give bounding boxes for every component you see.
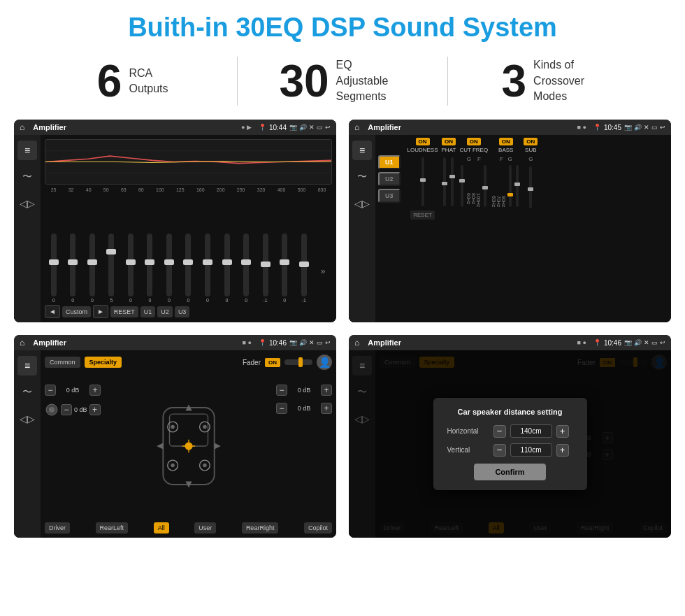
vertical-plus[interactable]: +	[556, 444, 569, 457]
eq-content: 2532405063 80100125160200 25032040050063…	[41, 135, 336, 322]
speaker-icon-1[interactable]: ◁▷	[17, 194, 37, 213]
dot-icons-2: ■ ●	[577, 124, 586, 131]
driver-btn[interactable]: Driver	[45, 522, 70, 533]
rear-right-btn[interactable]: RearRight	[242, 522, 279, 533]
plus-fl[interactable]: +	[89, 385, 101, 396]
u2-preset-btn[interactable]: U2	[378, 172, 401, 186]
stat-eq: 30 EQ AdjustableSegments	[252, 57, 433, 104]
screen1-eq: ⌂ Amplifier ● ▶ 📍 10:44 📷 🔊 ✕ ▭ ↩ ≡ 〜 ◁▷	[14, 120, 336, 322]
screen4-time: 10:46	[604, 339, 621, 347]
eq-icon-2[interactable]: ≡	[352, 141, 372, 160]
eq-icon-1[interactable]: ≡	[17, 141, 37, 160]
dialog-title: Car speaker distance setting	[447, 408, 573, 416]
volume-icon-3: 🔊	[299, 339, 307, 346]
eq-next-btn[interactable]: ►	[93, 305, 108, 318]
horizontal-minus[interactable]: −	[493, 425, 506, 438]
copilot-btn[interactable]: Copilot	[304, 522, 332, 533]
eq-prev-btn[interactable]: ◄	[45, 305, 60, 318]
back-icon-4[interactable]: ↩	[660, 339, 665, 346]
svg-rect-4	[420, 178, 426, 182]
eq-slider-5: 0	[122, 234, 140, 303]
screens-grid: ⌂ Amplifier ● ▶ 📍 10:44 📷 🔊 ✕ ▭ ↩ ≡ 〜 ◁▷	[0, 116, 685, 545]
slider-thumb-1[interactable]	[49, 259, 59, 265]
wave-icon-2[interactable]: 〜	[352, 167, 372, 187]
camera-icon-2: 📷	[624, 124, 632, 131]
screen2-amp: ⌂ Amplifier ■ ● 📍 10:45 📷 🔊 ✕ ▭ ↩ ≡ 〜 ◁▷	[349, 120, 671, 322]
eq-u3-btn[interactable]: U3	[175, 306, 190, 317]
home-icon-4[interactable]: ⌂	[354, 338, 359, 348]
location-icon-3: 📍	[259, 339, 266, 346]
left-sidebar-2: ≡ 〜 ◁▷	[349, 135, 375, 322]
phat-label: PHAT	[442, 147, 456, 153]
stat-crossover: 3 Kinds ofCrossover Modes	[462, 57, 643, 104]
status-bar-1: ⌂ Amplifier ● ▶ 📍 10:44 📷 🔊 ✕ ▭ ↩	[14, 120, 336, 135]
confirm-button[interactable]: Confirm	[474, 464, 545, 480]
screen1-body: ≡ 〜 ◁▷	[14, 135, 336, 322]
speaker-icon-2[interactable]: ◁▷	[352, 194, 372, 213]
screen3-fader: ⌂ Amplifier ■ ● 📍 10:46 📷 🔊 ✕ ▭ ↩ ≡ 〜 ◁▷…	[14, 335, 336, 538]
dot-icons-1: ● ▶	[241, 124, 252, 131]
stat-number-crossover: 3	[502, 59, 527, 103]
db-val-rl: 0 dB	[74, 406, 87, 413]
home-icon-1[interactable]: ⌂	[20, 122, 24, 132]
plus-fr[interactable]: +	[321, 385, 332, 396]
minus-rr[interactable]: −	[276, 403, 287, 414]
svg-rect-13	[509, 165, 512, 207]
wave-icon-1[interactable]: 〜	[17, 167, 37, 187]
vertical-minus[interactable]: −	[493, 444, 506, 457]
eq-slider-10: 0	[218, 234, 236, 303]
back-icon-1[interactable]: ↩	[325, 124, 331, 131]
phat-on[interactable]: ON	[442, 138, 456, 145]
home-icon-3[interactable]: ⌂	[20, 338, 24, 348]
fader-h-thumb[interactable]	[298, 357, 303, 367]
loudness-channel: ON LOUDNESS RESET	[408, 138, 438, 220]
eq-u1-btn[interactable]: U1	[140, 306, 156, 317]
dialog-box: Car speaker distance setting Horizontal …	[433, 398, 587, 490]
all-btn[interactable]: All	[154, 522, 169, 533]
eq-reset-btn[interactable]: RESET	[110, 306, 138, 317]
status-icons-3: 📷 🔊 ✕ ▭ ↩	[289, 339, 331, 346]
db-control-rr: − 0 dB +	[276, 403, 332, 414]
slider-track-1[interactable]	[51, 234, 57, 296]
sub-on[interactable]: ON	[524, 138, 538, 145]
u1-preset-btn[interactable]: U1	[378, 155, 401, 169]
common-tab[interactable]: Common	[45, 357, 80, 368]
fader-h-slider[interactable]	[284, 359, 312, 365]
db-val-rr: 0 dB	[289, 405, 319, 412]
loudness-on[interactable]: ON	[416, 138, 430, 145]
location-icon-1: 📍	[259, 124, 266, 131]
u3-preset-btn[interactable]: U3	[378, 189, 401, 203]
status-bar-2: ⌂ Amplifier ■ ● 📍 10:45 📷 🔊 ✕ ▭ ↩	[349, 120, 671, 135]
speaker-icon-3[interactable]: ◁▷	[17, 409, 37, 429]
minus-rl[interactable]: −	[61, 404, 72, 415]
cutfreq-on[interactable]: ON	[467, 138, 481, 145]
home-icon-2[interactable]: ⌂	[354, 122, 359, 132]
minus-fl[interactable]: −	[45, 385, 56, 396]
user-btn[interactable]: User	[194, 522, 216, 533]
fader-on-toggle[interactable]: ON	[265, 358, 280, 367]
left-sidebar-3: ≡ 〜 ◁▷	[14, 350, 41, 538]
screen4-title: Amplifier	[368, 338, 574, 347]
wave-icon-3[interactable]: 〜	[17, 382, 37, 402]
screen3-time: 10:46	[269, 339, 287, 347]
loudness-reset[interactable]: RESET	[410, 210, 435, 220]
minus-fr[interactable]: −	[276, 385, 287, 396]
eq-custom-btn[interactable]: Custom	[62, 306, 91, 317]
eq-slider-8: 0	[180, 234, 198, 303]
back-icon-2[interactable]: ↩	[660, 124, 665, 131]
eq-u2-btn[interactable]: U2	[157, 306, 173, 317]
person-icon: 👤	[317, 354, 332, 370]
bass-on[interactable]: ON	[499, 138, 513, 145]
screen2-title: Amplifier	[368, 123, 574, 131]
plus-rr[interactable]: +	[321, 403, 332, 414]
slider-val-1: 0	[52, 298, 55, 303]
dot-icons-4: ■ ●	[577, 339, 586, 346]
specialty-tab[interactable]: Specialty	[85, 357, 122, 368]
plus-rl[interactable]: +	[89, 404, 101, 415]
rear-left-btn[interactable]: RearLeft	[96, 522, 129, 533]
eq-icon-3[interactable]: ≡	[17, 356, 37, 375]
back-icon-3[interactable]: ↩	[325, 339, 331, 346]
svg-point-26	[203, 425, 207, 429]
fader-center	[106, 373, 271, 519]
horizontal-plus[interactable]: +	[556, 425, 569, 438]
